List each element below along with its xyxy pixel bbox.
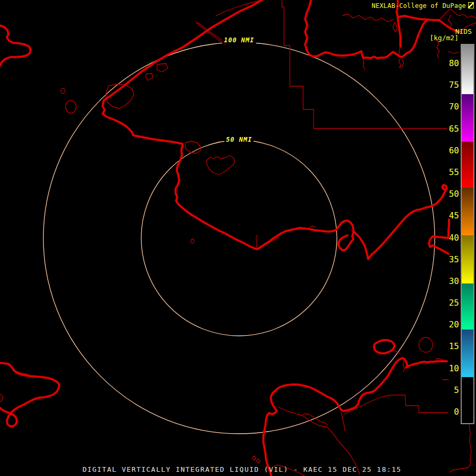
colorbar-tick-75: 75: [449, 80, 459, 90]
colorbar-tick-80: 80: [449, 58, 459, 68]
boundary-path: [399, 58, 404, 68]
boundary-path: [256, 235, 258, 248]
coastline-path: [337, 358, 447, 411]
boundary-path: [439, 9, 476, 20]
colorbar-segment: [462, 235, 473, 283]
colorbar-tick-55: 55: [449, 167, 459, 177]
colorbar-segment: [462, 45, 473, 94]
boundary-path: [436, 40, 440, 58]
boundary-path: [448, 51, 459, 53]
colorbar-segment: [462, 142, 473, 187]
boundary-path: [450, 425, 471, 472]
boundary-path: [436, 359, 443, 360]
colorbar: [461, 44, 474, 424]
coastline-path: [429, 219, 449, 254]
map-outlines-thick: [0, 0, 460, 476]
colorbar-tick-70: 70: [449, 102, 459, 112]
colorbar-segment: [462, 377, 473, 423]
colorbar-segment: [462, 188, 473, 236]
boundary-path: [309, 226, 316, 227]
boundary-path: [403, 360, 405, 372]
boundary-path: [216, 0, 262, 16]
map-outlines-thin: [0, 0, 476, 476]
boundary-path: [343, 14, 393, 22]
radar-map: [0, 0, 476, 476]
coastline-path: [0, 363, 59, 426]
colorbar-segment: [462, 329, 473, 378]
range-ring-label: 100 NMI: [222, 36, 256, 44]
boundary-path: [341, 412, 345, 431]
boundary-path: [0, 394, 3, 402]
boundary-path: [146, 74, 153, 80]
radar-display: 100 NMI50 NMI NEXLAB-College of DuPage N…: [0, 0, 476, 476]
brand-text: NEXLAB-College of DuPage: [372, 2, 474, 10]
colorbar-units: [kg/m2]: [429, 34, 459, 42]
range-rings: [43, 42, 435, 434]
range-ring-185: [141, 140, 337, 336]
brand-logo-icon: [468, 2, 474, 8]
range-ring-370: [43, 42, 435, 434]
colorbar-tick-45: 45: [449, 210, 459, 221]
island-outline: [61, 88, 65, 94]
colorbar-segment: [462, 94, 473, 142]
product-caption: DIGITAL VERTICALLY INTEGRATED LIQUID (VI…: [83, 465, 401, 473]
coastline-path: [103, 0, 262, 144]
coastline-path: [374, 340, 395, 353]
colorbar-tick-40: 40: [449, 233, 459, 243]
colorbar-tick-50: 50: [449, 189, 459, 199]
colorbar-tick-5: 5: [454, 385, 459, 395]
colorbar-tick-25: 25: [449, 298, 459, 308]
boundary-path: [157, 63, 168, 72]
island-outline: [66, 100, 76, 113]
colorbar-segment: [462, 283, 473, 329]
colorbar-tick-20: 20: [449, 319, 459, 329]
brand-label: NEXLAB-College of DuPage: [372, 2, 466, 10]
boundary-path: [393, 22, 397, 32]
colorbar-tick-35: 35: [449, 254, 459, 264]
boundary-path: [279, 407, 360, 474]
colorbar-tick-15: 15: [449, 342, 459, 352]
coastline-path: [354, 185, 447, 259]
boundary-path: [252, 456, 256, 460]
coastline-path: [0, 25, 31, 66]
boundary-path: [363, 59, 365, 69]
colorbar-tick-60: 60: [449, 145, 459, 155]
range-ring-label: 50 NMI: [224, 136, 253, 143]
boundary-path: [207, 155, 235, 175]
boundary-path: [257, 459, 260, 463]
island-outline: [419, 337, 433, 352]
colorbar-tick-0: 0: [454, 407, 459, 417]
colorbar-tick-10: 10: [449, 363, 459, 373]
coastline-path: [176, 145, 347, 249]
colorbar-tick-30: 30: [449, 276, 459, 286]
island-outline: [191, 239, 194, 243]
colorbar-tick-65: 65: [449, 124, 459, 134]
